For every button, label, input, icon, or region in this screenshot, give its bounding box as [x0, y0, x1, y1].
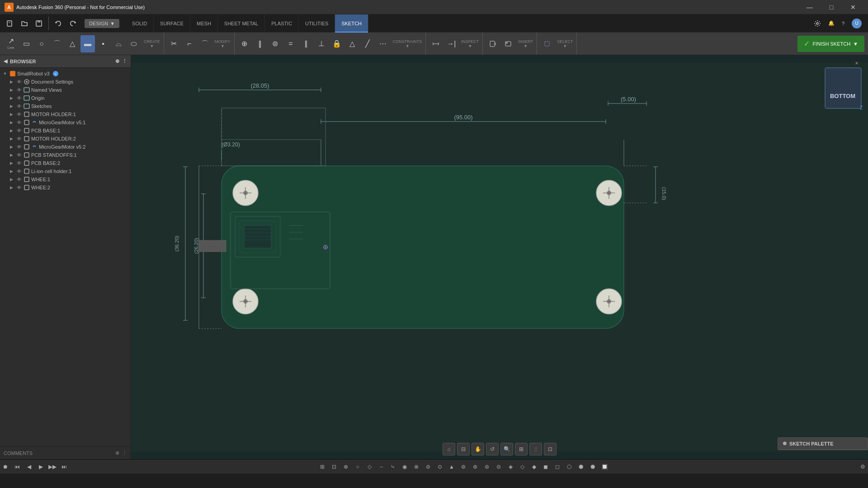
tl-btn22[interactable]: ⬡ [564, 461, 575, 472]
browser-options[interactable]: ⊕ [115, 58, 119, 64]
whee2-eye[interactable]: 👁 [16, 184, 22, 191]
perp-constraint[interactable]: ⊥ [314, 35, 329, 52]
module-sheetmetal[interactable]: SHEET METAL [218, 14, 265, 33]
tree-whee-1[interactable]: ▶ 👁 WHEE:1 [0, 175, 131, 183]
tree-pcb-standoffs[interactable]: ▶ 👁 PCB STANDOFFS:1 [0, 151, 131, 159]
zoom-out[interactable]: ⊟ [457, 443, 470, 455]
select-window[interactable] [540, 35, 554, 52]
coincident-constraint[interactable]: ⊕ [237, 35, 252, 52]
tree-motor-holder-2[interactable]: ▶ 👁 MOTOR HOLDER:2 [0, 135, 131, 143]
tl-btn17[interactable]: ◈ [505, 461, 516, 472]
tree-whee-2[interactable]: ▶ 👁 WHEE:2 [0, 183, 131, 192]
quick-access-open[interactable] [18, 17, 31, 30]
display-mode[interactable]: ⊞ [515, 443, 528, 455]
measure-tool[interactable] [429, 35, 443, 52]
module-mesh[interactable]: MESH [190, 14, 218, 33]
tl-btn23[interactable]: ⬢ [576, 461, 586, 472]
tangent-constraint[interactable]: △ [345, 35, 359, 52]
mh2-eye[interactable]: 👁 [16, 136, 22, 142]
tree-li-ion[interactable]: ▶ 👁 Li-ion cell holder:1 [0, 167, 131, 175]
pcb1-eye[interactable]: 👁 [16, 127, 22, 134]
mg2-eye[interactable]: 👁 [16, 144, 22, 150]
tl-btn15[interactable]: ⊜ [481, 461, 492, 472]
minimize-button[interactable]: — [799, 0, 820, 14]
tl-btn8[interactable]: ◉ [399, 461, 410, 472]
sym-constraint[interactable]: ⋯ [376, 35, 390, 52]
viewport-cube[interactable]: × BOTTOM Z [823, 60, 863, 114]
polygon-tool[interactable]: △ [65, 35, 80, 52]
redo-button[interactable] [66, 17, 79, 30]
quick-access-new[interactable] [4, 17, 16, 30]
insert-image[interactable] [501, 35, 515, 52]
rectangle-tool[interactable]: ▭ [19, 35, 33, 52]
comments-expand[interactable]: ⊕ [115, 450, 119, 456]
standoffs-eye[interactable]: 👁 [16, 152, 22, 158]
quick-access-save[interactable] [33, 17, 45, 30]
tl-btn4[interactable]: ○ [352, 461, 363, 472]
circle-tool[interactable]: ○ [34, 35, 49, 52]
module-solid[interactable]: SOLID [126, 14, 154, 33]
module-utilities[interactable]: UTILITIES [299, 14, 335, 33]
tl-btn24[interactable]: ⬣ [587, 461, 598, 472]
trim-tool[interactable]: ✂ [167, 35, 181, 52]
account-button[interactable]: U [849, 17, 864, 30]
origin-eye[interactable]: 👁 [16, 95, 22, 101]
tl-btn6[interactable]: → [376, 461, 387, 472]
pan-tool[interactable]: ✋ [472, 443, 484, 455]
tree-doc-settings[interactable]: ▶ 👁 Document Settings [0, 78, 131, 86]
design-button[interactable]: DESIGN ▼ [85, 19, 119, 28]
play-back-btn[interactable]: ◀ [24, 461, 34, 472]
collapse-sidebar[interactable]: ◀ [4, 58, 7, 64]
home-view[interactable]: ⌂ [443, 443, 455, 455]
zoom-in-tool[interactable]: 🔍 [500, 443, 513, 455]
comments-bar[interactable]: COMMENTS ⊕ ⋮ [0, 446, 131, 459]
play-btn[interactable]: ▶ [35, 461, 46, 472]
settings-icon[interactable]: ⚙ [857, 461, 868, 472]
tree-motor-holder-1[interactable]: ▶ 👁 MOTOR HOLDER:1 [0, 110, 131, 118]
tl-btn9[interactable]: ⊗ [411, 461, 422, 472]
rectangle-tool-2[interactable]: ▬ [80, 35, 95, 52]
parallel-constraint[interactable]: ∥ [299, 35, 313, 52]
tl-btn20[interactable]: ◼ [540, 461, 551, 472]
collinear-constraint[interactable]: ‖ [253, 35, 267, 52]
maximize-button[interactable]: □ [821, 0, 842, 14]
rect-tool-3[interactable]: ▪ [96, 35, 110, 52]
finish-sketch-button[interactable]: ✓ FINISH SKETCH ▼ [797, 36, 864, 52]
pcb2-eye[interactable]: 👁 [16, 160, 22, 166]
play-forward-btn[interactable]: ▶▶ [47, 461, 58, 472]
tl-btn11[interactable]: ⊙ [434, 461, 445, 472]
concentric-constraint[interactable]: ⊚ [268, 35, 283, 52]
inspect-btn2[interactable]: →| [444, 35, 458, 52]
equal-constraint[interactable]: = [283, 35, 298, 52]
tl-btn3[interactable]: ⊕ [340, 461, 351, 472]
tree-microgear-1[interactable]: ▶ 👁 MicroGearMotor v5:1 [0, 118, 131, 127]
smooth-constraint[interactable]: ╱ [360, 35, 375, 52]
sketch-palette-header[interactable]: ⊕ SKETCH PALETTE [778, 438, 868, 450]
tl-btn13[interactable]: ⊚ [458, 461, 469, 472]
next-keyframe[interactable]: ⏭ [59, 461, 70, 472]
tl-btn12[interactable]: ▲ [446, 461, 457, 472]
extend-tool[interactable]: ⌐ [182, 35, 197, 52]
liion-eye[interactable]: 👁 [16, 168, 22, 174]
comments-more[interactable]: ⋮ [122, 450, 127, 456]
record-btn[interactable]: ⏺ [0, 461, 11, 472]
mh1-eye[interactable]: 👁 [16, 111, 22, 117]
browser-more[interactable]: ⋮ [122, 58, 127, 64]
ellipse-tool[interactable]: ⬭ [127, 35, 141, 52]
tree-root[interactable]: ▼ SmallRobot v3 ● [0, 70, 131, 78]
tl-btn7[interactable]: ⤷ [387, 461, 398, 472]
sketches-eye[interactable]: 👁 [16, 103, 22, 109]
notification-button[interactable]: 🔔 [826, 17, 837, 30]
undo-button[interactable] [52, 17, 65, 30]
tl-btn19[interactable]: ◆ [528, 461, 539, 472]
tl-btn10[interactable]: ⊘ [423, 461, 434, 472]
tree-origin[interactable]: ▶ 👁 Origin [0, 94, 131, 102]
mg1-eye[interactable]: 👁 [16, 119, 22, 126]
prev-keyframe[interactable]: ⏮ [12, 461, 23, 472]
line-tool[interactable]: ↗ Line [4, 35, 18, 52]
insert-btn1[interactable] [486, 35, 500, 52]
tl-btn1[interactable]: ⊞ [317, 461, 328, 472]
help-button[interactable]: ? [839, 17, 847, 30]
canvas[interactable]: (28.05) (95.00) (5.00) (15.0) (36.20) [131, 55, 868, 459]
named-views-eye[interactable]: 👁 [16, 87, 22, 93]
